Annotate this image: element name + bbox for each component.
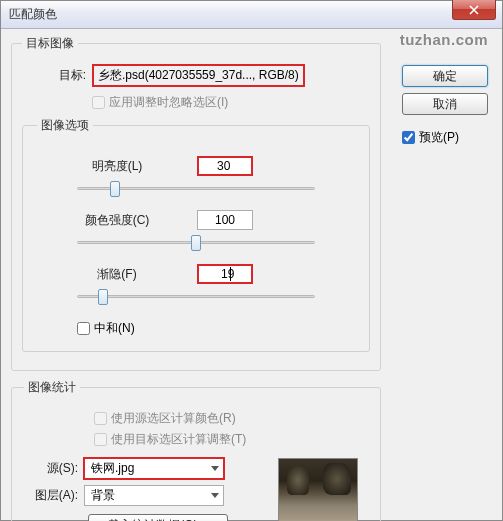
luminance-thumb[interactable]	[110, 181, 120, 197]
dialog-window: 匹配颜色 tuzhan.com 确定 取消 预览(P) 目标图像 目标: 乡愁.…	[0, 0, 503, 521]
ignore-selection-label: 应用调整时忽略选区(I)	[109, 94, 228, 111]
right-button-column: 确定 取消 预览(P)	[402, 65, 488, 146]
image-stats-group: 图像统计 使用源选区计算颜色(R) 使用目标选区计算调整(T) 源(S): 铁网…	[11, 379, 381, 521]
image-options-legend: 图像选项	[37, 117, 93, 134]
luminance-slider[interactable]	[77, 180, 315, 198]
preview-checkbox[interactable]: 预览(P)	[402, 129, 488, 146]
luminance-label: 明亮度(L)	[37, 158, 197, 175]
source-value: 铁网.jpg	[91, 460, 134, 477]
source-combo[interactable]: 铁网.jpg	[84, 458, 224, 479]
use-source-selection-checkbox: 使用源选区计算颜色(R)	[94, 410, 368, 427]
use-target-selection-input	[94, 433, 107, 446]
image-stats-legend: 图像统计	[24, 379, 80, 396]
neutralize-checkbox[interactable]: 中和(N)	[77, 320, 355, 337]
text-caret	[230, 267, 231, 281]
luminance-value[interactable]: 30	[197, 156, 253, 176]
source-preview-thumbnail	[278, 458, 358, 521]
layer-combo[interactable]: 背景	[84, 485, 224, 506]
intensity-slider[interactable]	[77, 234, 315, 252]
fade-label: 渐隐(F)	[37, 266, 197, 283]
dialog-body: tuzhan.com 确定 取消 预览(P) 目标图像 目标: 乡愁.psd(4…	[1, 29, 502, 520]
use-source-selection-input	[94, 412, 107, 425]
use-source-selection-label: 使用源选区计算颜色(R)	[111, 410, 236, 427]
use-target-selection-checkbox: 使用目标选区计算调整(T)	[94, 431, 368, 448]
target-value: 乡愁.psd(4027035559_37d..., RGB/8)	[92, 64, 305, 87]
source-label: 源(S):	[24, 460, 84, 477]
ignore-selection-input	[92, 96, 105, 109]
watermark: tuzhan.com	[400, 31, 488, 48]
neutralize-input[interactable]	[77, 322, 90, 335]
load-stats-button[interactable]: 载入统计数据(O)...	[88, 514, 228, 521]
cancel-button[interactable]: 取消	[402, 93, 488, 115]
window-title: 匹配颜色	[5, 6, 57, 23]
preview-checkbox-input[interactable]	[402, 131, 415, 144]
fade-slider[interactable]	[77, 288, 315, 306]
intensity-label: 颜色强度(C)	[37, 212, 197, 229]
intensity-thumb[interactable]	[191, 235, 201, 251]
layer-label: 图层(A):	[24, 487, 84, 504]
titlebar: 匹配颜色	[1, 1, 502, 29]
fade-value[interactable]: 19	[197, 264, 253, 284]
image-options-group: 图像选项 明亮度(L) 30 颜色强度(C) 100	[22, 117, 370, 352]
target-image-legend: 目标图像	[22, 35, 78, 52]
use-target-selection-label: 使用目标选区计算调整(T)	[111, 431, 246, 448]
ignore-selection-checkbox: 应用调整时忽略选区(I)	[92, 94, 228, 111]
neutralize-label: 中和(N)	[94, 320, 135, 337]
ok-button[interactable]: 确定	[402, 65, 488, 87]
fade-thumb[interactable]	[98, 289, 108, 305]
intensity-value[interactable]: 100	[197, 210, 253, 230]
layer-value: 背景	[91, 487, 115, 504]
close-button[interactable]	[452, 0, 496, 20]
target-label: 目标:	[22, 67, 92, 84]
preview-label: 预览(P)	[419, 129, 459, 146]
target-image-group: 目标图像 目标: 乡愁.psd(4027035559_37d..., RGB/8…	[11, 35, 381, 371]
